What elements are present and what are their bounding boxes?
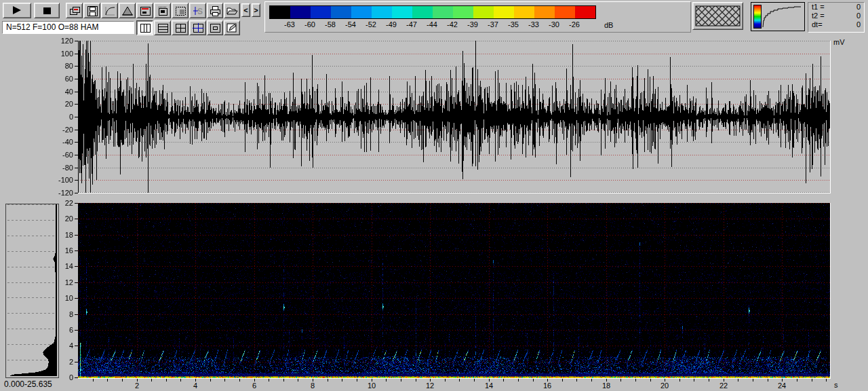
play-icon <box>12 6 22 15</box>
copy-icon <box>68 5 81 16</box>
oscillogram-plot[interactable] <box>78 41 831 193</box>
stop-button[interactable] <box>34 3 60 18</box>
svg-text:S: S <box>197 7 203 16</box>
layout-horizontal-button[interactable] <box>154 20 171 35</box>
layout-quad-cursor-button[interactable] <box>189 20 206 35</box>
spectrogram-y-tick <box>75 346 78 346</box>
spectrogram-y-tick <box>75 235 78 236</box>
t2-value: 0 <box>856 12 861 20</box>
palette-transfer-display[interactable] <box>751 2 805 31</box>
spectrogram-x-tick <box>576 379 577 381</box>
average-spectrum-panel[interactable] <box>5 204 59 378</box>
oscillogram-y-tick-label: -60 <box>52 151 73 159</box>
next-button[interactable]: > <box>252 3 260 17</box>
spectrogram-y-tick <box>75 203 78 204</box>
spectrogram-y-tick <box>75 250 78 251</box>
window-function-icon <box>121 5 134 16</box>
color-scale-segment <box>270 6 290 18</box>
combined-display-icon <box>174 5 186 16</box>
transfer-curve-plot <box>762 3 803 29</box>
spectrogram-display-button[interactable] <box>154 3 171 18</box>
spectrogram-x-tick <box>239 379 240 381</box>
open-file-button[interactable] <box>224 3 240 18</box>
edit-button[interactable] <box>224 20 240 35</box>
oscillogram-y-tick <box>75 142 78 143</box>
spectrogram-y-tick-label: 22 <box>52 199 73 207</box>
spectrogram-x-tick <box>591 379 592 381</box>
spectrogram-x-tick <box>797 379 797 381</box>
color-scale-tick-label: -63 <box>279 20 300 29</box>
spectrogram-x-tick-label: 18 <box>595 381 617 390</box>
spectrogram-x-tick-label: 6 <box>243 381 265 390</box>
edit-pencil-icon <box>226 22 238 33</box>
transfer-curve-button[interactable] <box>101 3 118 18</box>
average-spectrum-plot <box>6 204 57 376</box>
spectrogram-x-tick <box>166 379 167 381</box>
copy-button[interactable] <box>66 3 83 18</box>
spectrogram-y-tick-label: 0 <box>52 373 73 381</box>
seconds-unit-label: s <box>834 381 838 389</box>
spectrogram-x-tick-label: 4 <box>184 381 206 390</box>
print-button[interactable] <box>207 3 223 18</box>
oscillogram-y-tick-label: -20 <box>52 126 73 134</box>
color-scale-segment <box>433 6 453 18</box>
spectrogram-x-tick <box>180 379 181 381</box>
spectrogram-y-tick-label: 4 <box>52 341 73 350</box>
layout-quad-button[interactable] <box>172 20 189 35</box>
layout-vertical-button[interactable] <box>136 20 153 35</box>
spectrogram-x-tick-label: 10 <box>361 381 382 390</box>
spectrogram-x-tick <box>826 379 827 381</box>
spectrogram-x-tick <box>768 379 768 381</box>
spectrogram-x-tick <box>518 379 519 381</box>
oscillogram-y-tick <box>75 168 78 168</box>
spectrogram-plot[interactable] <box>78 203 831 379</box>
color-scale-bar <box>269 5 596 19</box>
spectrogram-x-tick <box>445 379 446 381</box>
stop-icon <box>43 7 52 15</box>
spectrogram-x-tick <box>738 379 738 381</box>
dt-value: 0 <box>856 20 861 29</box>
spectrogram-x-tick <box>357 379 357 381</box>
color-scale-segment <box>575 6 595 18</box>
spectrogram-x-tick <box>210 379 211 381</box>
t1-label: t1 = <box>812 3 825 12</box>
spectrogram-x-tick <box>283 379 284 381</box>
color-scale-tick-label: -30 <box>544 20 564 29</box>
hatch-pattern-button[interactable] <box>692 2 743 30</box>
cursor-readout-panel: t1 = 0 t2 = 0 dt= 0 <box>808 2 865 33</box>
window-function-button[interactable] <box>119 3 136 18</box>
fft-settings-button[interactable]: S <box>189 3 206 18</box>
prev-button[interactable]: < <box>241 3 250 17</box>
spectrogram-y-tick-label: 16 <box>52 246 73 255</box>
spectrogram-x-tick <box>342 379 342 381</box>
t2-readout-row: t2 = 0 <box>808 12 864 20</box>
layout-zoom-box-button[interactable] <box>207 20 223 35</box>
color-scale-segment <box>453 6 473 18</box>
spectrogram-x-tick-label: 20 <box>654 381 675 390</box>
prev-arrow-icon: < <box>243 7 248 14</box>
oscillogram-display-icon <box>139 5 151 16</box>
spectrogram-x-tick <box>151 379 152 381</box>
color-scale-tick-label: -39 <box>462 20 483 29</box>
oscillogram-y-tick <box>75 130 78 130</box>
color-scale-segment <box>555 6 575 18</box>
color-scale-segment <box>473 6 494 18</box>
oscillogram-display-button[interactable] <box>136 3 153 18</box>
spectrogram-x-tick <box>503 379 504 381</box>
oscillogram-y-tick <box>75 104 78 105</box>
combined-display-button[interactable] <box>172 3 189 18</box>
save-button[interactable] <box>83 3 100 18</box>
oscillogram-y-tick <box>75 66 78 67</box>
oscillogram-y-tick-label: 20 <box>52 100 73 108</box>
spectrogram-y-tick <box>75 219 78 219</box>
spectrogram-x-tick-label: 24 <box>771 381 793 390</box>
spectrogram-x-tick-label: 12 <box>419 381 441 390</box>
spectrogram-y-tick <box>75 282 78 283</box>
color-scale-tick-label: -42 <box>442 20 462 29</box>
layout-zoom-box-icon <box>209 22 221 33</box>
color-scale-tick-label: -33 <box>524 20 544 29</box>
play-button[interactable] <box>3 3 31 18</box>
color-scale-segment <box>290 6 311 18</box>
oscillogram-y-tick-label: 40 <box>52 88 73 96</box>
spectrogram-y-tick-label: 8 <box>52 310 73 318</box>
